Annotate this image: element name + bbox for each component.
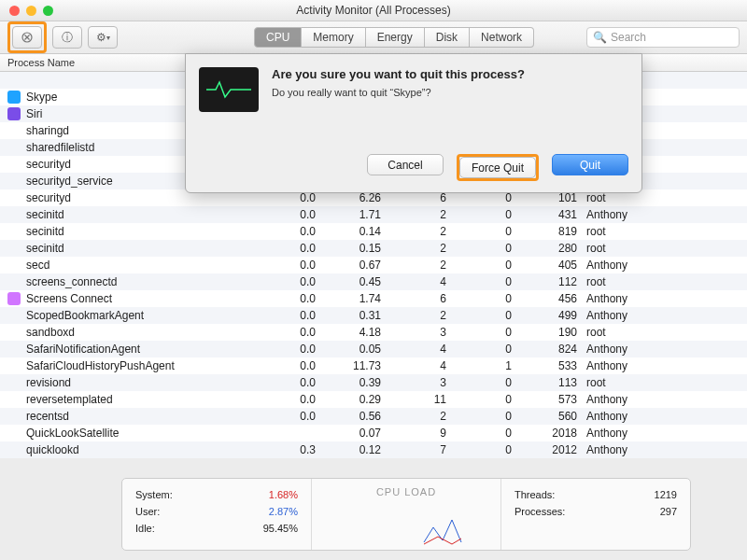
cell-cpu: 0.0 — [260, 393, 325, 406]
table-row[interactable]: ScopedBookmarkAgent0.00.3120499Anthony — [0, 307, 747, 324]
process-name: SafariNotificationAgent — [26, 343, 260, 356]
cell-pid: 824 — [521, 343, 586, 356]
user-value: 2.87% — [269, 503, 298, 520]
force-quit-button[interactable]: Force Quit — [459, 157, 536, 178]
cell-cpu: 0.0 — [260, 259, 325, 272]
cell-th: 6 — [390, 292, 456, 305]
settings-button[interactable]: ⚙▾ — [88, 26, 118, 49]
table-row[interactable]: Screens Connect0.01.7460456Anthony — [0, 290, 747, 307]
cell-t: 0.67 — [325, 259, 390, 272]
idle-label: Idle: — [135, 520, 155, 537]
table-row[interactable]: secinitd0.01.7120431Anthony — [0, 206, 747, 223]
quit-button[interactable]: Quit — [552, 154, 628, 175]
cell-pid: 101 — [521, 191, 586, 204]
cell-user: Anthony — [586, 343, 661, 356]
cell-th: 9 — [390, 427, 456, 440]
idle-value: 95.45% — [263, 520, 298, 537]
cell-cpu: 0.0 — [260, 225, 325, 238]
cell-th: 3 — [390, 376, 456, 389]
cpu-summary: System:1.68% User:2.87% Idle:95.45% CPU … — [121, 478, 691, 551]
cell-i: 0 — [456, 292, 521, 305]
cell-th: 2 — [390, 259, 456, 272]
table-row[interactable]: secinitd0.00.1520280root — [0, 240, 747, 257]
cell-t: 0.45 — [325, 275, 390, 288]
system-label: System: — [135, 486, 173, 503]
cell-user: root — [586, 191, 661, 204]
user-label: User: — [135, 503, 160, 520]
tab-disk[interactable]: Disk — [425, 27, 470, 48]
cell-pid: 499 — [521, 309, 586, 322]
cell-t: 0.31 — [325, 309, 390, 322]
cell-pid: 405 — [521, 259, 586, 272]
cell-i: 0 — [456, 242, 521, 255]
table-row[interactable]: QuickLookSatellite0.07902018Anthony — [0, 425, 747, 441]
cell-user: root — [586, 326, 661, 339]
cell-user: Anthony — [586, 393, 661, 406]
tab-cpu[interactable]: CPU — [254, 27, 302, 48]
cell-cpu: 0.0 — [260, 343, 325, 356]
table-row[interactable]: quicklookd0.30.12702012Anthony — [0, 441, 747, 458]
cell-i: 0 — [456, 208, 521, 221]
cell-cpu: 0.0 — [260, 242, 325, 255]
cell-user: Anthony — [586, 259, 661, 272]
cell-user: root — [586, 376, 661, 389]
cell-i: 0 — [456, 326, 521, 339]
table-row[interactable]: recentsd0.00.5620560Anthony — [0, 408, 747, 425]
cell-user: Anthony — [586, 359, 661, 372]
table-row[interactable]: sandboxd0.04.1830190root — [0, 324, 747, 341]
process-name: SafariCloudHistoryPushAgent — [26, 359, 260, 372]
cell-user: root — [586, 225, 661, 238]
cell-th: 7 — [390, 443, 456, 456]
cell-user: Anthony — [586, 427, 661, 440]
window-title: Activity Monitor (All Processes) — [0, 4, 747, 17]
cell-pid: 573 — [521, 393, 586, 406]
cancel-button[interactable]: Cancel — [367, 154, 444, 175]
cell-pid: 112 — [521, 275, 586, 288]
cell-th: 4 — [390, 359, 456, 372]
table-row[interactable]: secd0.00.6720405Anthony — [0, 257, 747, 273]
cell-th: 3 — [390, 326, 456, 339]
cell-cpu: 0.0 — [260, 191, 325, 204]
tab-memory[interactable]: Memory — [302, 27, 365, 48]
cell-t: 0.07 — [325, 427, 390, 440]
table-row[interactable]: screens_connectd0.00.4540112root — [0, 273, 747, 290]
cell-user: Anthony — [586, 410, 661, 423]
cell-th: 2 — [390, 208, 456, 221]
cell-pid: 456 — [521, 292, 586, 305]
table-row[interactable]: SafariNotificationAgent0.00.0540824Antho… — [0, 341, 747, 357]
cell-t: 6.26 — [325, 191, 390, 204]
table-row[interactable]: secinitd0.00.1420819root — [0, 223, 747, 240]
cell-user: Anthony — [586, 292, 661, 305]
cell-pid: 2012 — [521, 443, 586, 456]
cell-cpu: 0.3 — [260, 443, 325, 456]
cell-cpu: 0.0 — [260, 275, 325, 288]
info-button[interactable]: ⓘ — [52, 26, 82, 49]
process-name: revisiond — [26, 376, 260, 389]
cell-th: 2 — [390, 225, 456, 238]
cell-i: 0 — [456, 275, 521, 288]
tab-energy[interactable]: Energy — [366, 27, 425, 48]
stop-process-button[interactable] — [12, 26, 42, 49]
gear-icon: ⚙ — [96, 31, 106, 44]
cell-i: 0 — [456, 393, 521, 406]
process-name: ScopedBookmarkAgent — [26, 309, 260, 322]
table-row[interactable]: revisiond0.00.3930113root — [0, 374, 747, 391]
tab-network[interactable]: Network — [470, 27, 534, 48]
cell-pid: 560 — [521, 410, 586, 423]
table-row[interactable]: reversetemplated0.00.29110573Anthony — [0, 391, 747, 408]
table-row[interactable]: SafariCloudHistoryPushAgent0.011.7341533… — [0, 357, 747, 374]
process-name: secinitd — [26, 225, 260, 238]
titlebar: Activity Monitor (All Processes) — [0, 0, 747, 21]
process-name: quicklookd — [26, 443, 260, 456]
cell-i: 0 — [456, 343, 521, 356]
cell-cpu: 0.0 — [260, 208, 325, 221]
cell-t: 0.05 — [325, 343, 390, 356]
cell-cpu: 0.0 — [260, 359, 325, 372]
search-icon: 🔍 — [593, 31, 607, 44]
cell-user: Anthony — [586, 443, 661, 456]
search-input[interactable]: 🔍 Search — [586, 27, 740, 48]
process-name: Screens Connect — [26, 292, 260, 305]
cell-pid: 819 — [521, 225, 586, 238]
cell-th: 2 — [390, 242, 456, 255]
cell-th: 6 — [390, 191, 456, 204]
